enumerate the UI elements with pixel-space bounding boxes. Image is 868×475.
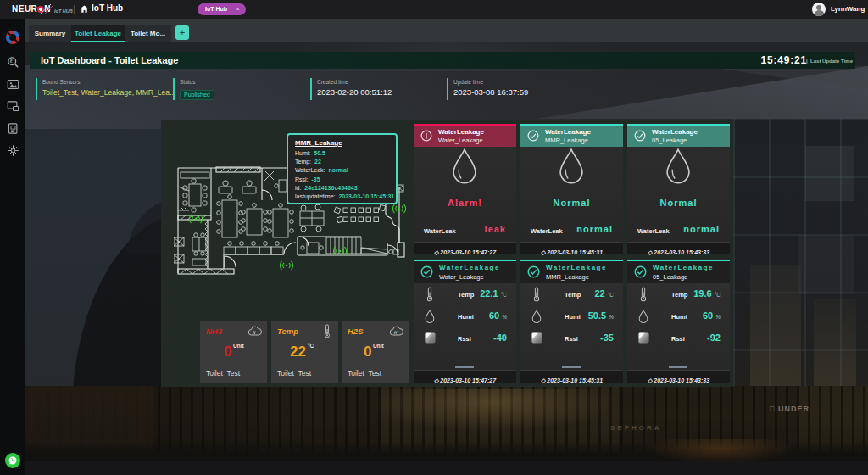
svg-text:N: N: [253, 331, 256, 335]
svg-text:H: H: [394, 331, 398, 335]
svg-text:ℓ: ℓ: [9, 59, 13, 64]
